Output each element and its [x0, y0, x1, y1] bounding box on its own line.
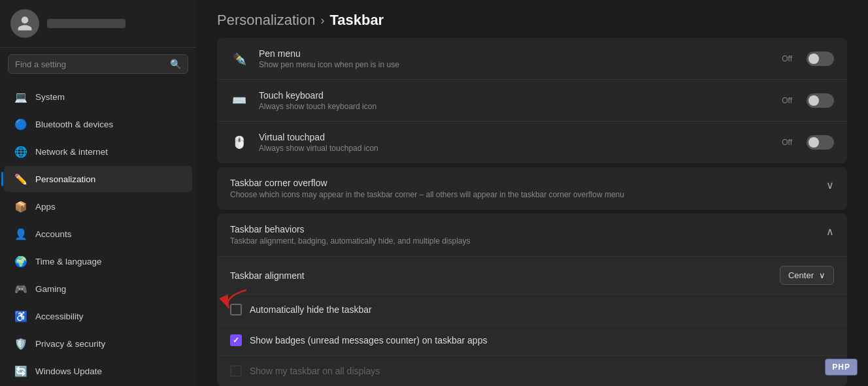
accessibility-icon: ♿ — [14, 310, 27, 323]
show-badges-row: Show badges (unread messages counter) on… — [217, 325, 847, 356]
sidebar-item-update[interactable]: 🔄 Windows Update — [4, 358, 192, 384]
main-content: Personalization › Taskbar ✒️ Pen menu Sh… — [196, 0, 868, 386]
pen-menu-icon: ✒️ — [230, 50, 248, 68]
breadcrumb-current: Taskbar — [329, 12, 384, 29]
php-badge: php — [825, 359, 858, 376]
search-input[interactable] — [15, 59, 165, 69]
privacy-icon: 🛡️ — [14, 337, 27, 350]
sidebar-item-accessibility[interactable]: ♿ Accessibility — [4, 303, 192, 329]
behaviors-chevron: ∧ — [826, 225, 834, 238]
sidebar-header — [0, 0, 196, 48]
sidebar-item-label: Gaming — [35, 284, 66, 294]
sidebar-item-label: Time & language — [35, 257, 102, 266]
time-icon: 🌍 — [14, 255, 27, 268]
sidebar-item-time[interactable]: 🌍 Time & language — [4, 248, 192, 274]
virtual-touchpad-desc: Always show virtual touchpad icon — [259, 144, 771, 153]
pen-menu-row: ✒️ Pen menu Show pen menu icon when pen … — [217, 38, 847, 80]
show-badges-label: Show badges (unread messages counter) on… — [250, 335, 487, 346]
touch-keyboard-icon: ⌨️ — [230, 91, 248, 110]
corner-overflow-text: Taskbar corner overflow Choose which ico… — [230, 178, 826, 199]
touch-keyboard-desc: Always show touch keyboard icon — [259, 102, 771, 111]
show-badges-checkbox[interactable] — [230, 334, 242, 346]
nav-items: 💻 System 🔵 Bluetooth & devices 🌐 Network… — [0, 80, 196, 386]
accounts-icon: 👤 — [14, 227, 27, 240]
touch-keyboard-text: Touch keyboard Always show touch keyboar… — [259, 90, 771, 111]
behaviors-desc: Taskbar alignment, badging, automaticall… — [230, 236, 826, 246]
behaviors-title: Taskbar behaviors — [230, 224, 826, 234]
pen-menu-desc: Show pen menu icon when pen is in use — [259, 60, 771, 69]
sidebar-item-label: Privacy & security — [35, 339, 105, 349]
virtual-touchpad-icon: 🖱️ — [230, 133, 248, 152]
personalization-icon: ✏️ — [14, 172, 27, 185]
search-box[interactable]: 🔍 — [8, 54, 188, 74]
sidebar-item-personalization[interactable]: ✏️ Personalization — [4, 166, 192, 192]
virtual-touchpad-toggle-label: Off — [782, 138, 792, 147]
corner-overflow-chevron: ∨ — [826, 179, 834, 191]
sidebar: 🔍 💻 System 🔵 Bluetooth & devices 🌐 Netwo… — [0, 0, 196, 386]
touch-keyboard-toggle[interactable] — [807, 93, 834, 108]
touch-keyboard-title: Touch keyboard — [259, 90, 771, 101]
alignment-label: Taskbar alignment — [230, 270, 780, 281]
behaviors-header[interactable]: Taskbar behaviors Taskbar alignment, bad… — [217, 214, 847, 257]
sidebar-item-system[interactable]: 💻 System — [4, 84, 192, 110]
breadcrumb-separator: › — [320, 14, 324, 27]
virtual-touchpad-title: Virtual touchpad — [259, 132, 771, 142]
show-all-displays-row: Show my taskbar on all displays — [217, 356, 847, 386]
toggle-settings-card: ✒️ Pen menu Show pen menu icon when pen … — [217, 38, 847, 163]
show-all-displays-checkbox[interactable] — [230, 365, 242, 377]
sidebar-item-network[interactable]: 🌐 Network & internet — [4, 138, 192, 165]
behaviors-card: Taskbar behaviors Taskbar alignment, bad… — [217, 214, 847, 386]
sidebar-item-label: Apps — [35, 202, 56, 212]
pen-menu-text: Pen menu Show pen menu icon when pen is … — [259, 48, 771, 69]
corner-overflow-desc: Choose which icons may appear in the tas… — [230, 190, 826, 199]
avatar[interactable] — [10, 9, 39, 38]
gaming-icon: 🎮 — [14, 282, 27, 295]
touch-keyboard-row: ⌨️ Touch keyboard Always show touch keyb… — [217, 80, 847, 121]
virtual-touchpad-toggle[interactable] — [807, 135, 834, 150]
show-all-displays-label: Show my taskbar on all displays — [250, 366, 380, 376]
corner-overflow-title: Taskbar corner overflow — [230, 178, 826, 188]
user-name — [47, 19, 125, 28]
sidebar-item-bluetooth[interactable]: 🔵 Bluetooth & devices — [4, 111, 192, 137]
pen-menu-toggle[interactable] — [807, 52, 834, 66]
alignment-chevron-icon: ∨ — [819, 270, 826, 280]
auto-hide-label: Automatically hide the taskbar — [250, 304, 372, 315]
corner-overflow-card: Taskbar corner overflow Choose which ico… — [217, 167, 847, 210]
sidebar-item-label: Windows Update — [35, 366, 102, 376]
pen-menu-title: Pen menu — [259, 48, 771, 59]
auto-hide-checkbox[interactable] — [230, 304, 242, 315]
virtual-touchpad-text: Virtual touchpad Always show virtual tou… — [259, 132, 771, 153]
auto-hide-row: Automatically hide the taskbar — [217, 295, 847, 325]
sidebar-item-accounts[interactable]: 👤 Accounts — [4, 221, 192, 247]
bluetooth-icon: 🔵 — [14, 118, 27, 131]
alignment-value: Center — [788, 270, 814, 280]
search-icon: 🔍 — [170, 59, 181, 69]
breadcrumb-parent: Personalization — [217, 12, 315, 29]
sidebar-item-apps[interactable]: 📦 Apps — [4, 193, 192, 219]
update-icon: 🔄 — [14, 364, 27, 378]
sidebar-item-label: Network & internet — [35, 147, 108, 157]
sidebar-item-label: Personalization — [35, 174, 95, 184]
corner-overflow-header[interactable]: Taskbar corner overflow Choose which ico… — [217, 167, 847, 210]
pen-menu-toggle-label: Off — [782, 54, 792, 63]
touch-keyboard-toggle-label: Off — [782, 96, 792, 105]
behaviors-expanded: Taskbar alignment Center ∨ — [217, 257, 847, 386]
system-icon: 💻 — [14, 90, 27, 103]
network-icon: 🌐 — [14, 145, 27, 158]
sidebar-item-gaming[interactable]: 🎮 Gaming — [4, 276, 192, 302]
sidebar-item-privacy[interactable]: 🛡️ Privacy & security — [4, 330, 192, 357]
breadcrumb: Personalization › Taskbar — [196, 0, 868, 38]
alignment-select[interactable]: Center ∨ — [780, 266, 834, 285]
content-area: ✒️ Pen menu Show pen menu icon when pen … — [196, 38, 868, 386]
apps-icon: 📦 — [14, 200, 27, 213]
alignment-row: Taskbar alignment Center ∨ — [217, 257, 847, 295]
virtual-touchpad-row: 🖱️ Virtual touchpad Always show virtual … — [217, 121, 847, 163]
behaviors-text: Taskbar behaviors Taskbar alignment, bad… — [230, 224, 826, 246]
sidebar-item-label: Accessibility — [35, 312, 84, 321]
sidebar-item-label: Bluetooth & devices — [35, 120, 113, 129]
sidebar-item-label: System — [35, 92, 65, 102]
user-icon — [16, 15, 33, 32]
sidebar-item-label: Accounts — [35, 229, 72, 239]
